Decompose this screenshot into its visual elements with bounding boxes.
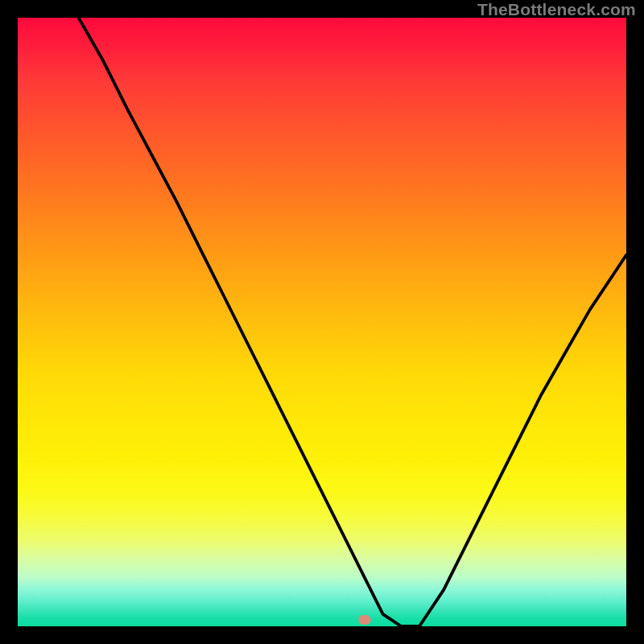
- bottleneck-marker: [358, 615, 370, 625]
- watermark-text: TheBottleneck.com: [477, 0, 636, 19]
- plot-area: [18, 18, 626, 626]
- chart-frame: TheBottleneck.com: [0, 0, 644, 644]
- bottleneck-curve: [18, 18, 626, 626]
